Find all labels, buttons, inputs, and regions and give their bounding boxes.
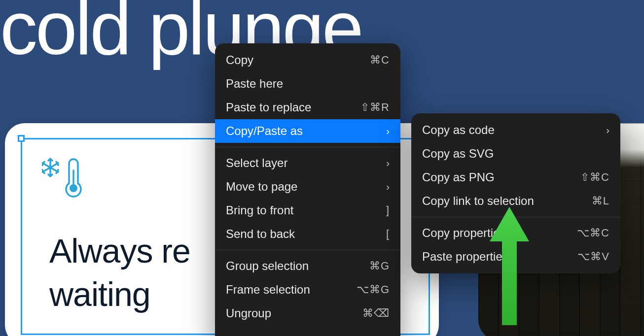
chevron-right-icon: › <box>386 158 390 169</box>
menu-item-bring-to-front[interactable]: Bring to front ] <box>215 199 400 222</box>
menu-item-label: Select layer <box>226 156 287 170</box>
menu-item-label: Paste here <box>226 77 283 91</box>
menu-item-send-to-back[interactable]: Send to back [ <box>215 222 400 246</box>
menu-item-group-selection[interactable]: Group selection ⌘G <box>215 254 400 278</box>
menu-item-shortcut: ⌘L <box>592 195 609 207</box>
menu-item-paste-to-replace[interactable]: Paste to replace ⇧⌘R <box>215 96 400 119</box>
menu-item-shortcut: ⇧⌘R <box>360 101 390 114</box>
menu-item-frame-selection[interactable]: Frame selection ⌥⌘G <box>215 278 400 302</box>
menu-item-shortcut: ⌘⌫ <box>362 307 390 320</box>
menu-item-select-layer[interactable]: Select layer › <box>215 151 400 175</box>
menu-item-copy-properties[interactable]: Copy properties ⌥⌘C <box>411 221 620 245</box>
menu-item-copy-link-to-selection[interactable]: Copy link to selection ⌘L <box>411 189 620 213</box>
menu-item-shortcut: ⌘C <box>370 54 390 67</box>
design-canvas[interactable]: cold plunge Always re <box>0 0 644 336</box>
menu-item-shortcut: ⌥⌘G <box>357 283 390 296</box>
menu-item-shortcut: ] <box>386 204 390 217</box>
menu-item-label: Paste properties <box>422 250 508 264</box>
menu-item-label: Copy/Paste as <box>226 124 303 138</box>
menu-item-label: Bring to front <box>226 203 293 217</box>
chevron-right-icon: › <box>606 125 609 136</box>
menu-item-label: Copy as code <box>422 123 495 137</box>
selection-handle-top-left[interactable] <box>18 135 25 142</box>
menu-item-shortcut: ⌥⌘C <box>577 227 609 239</box>
menu-item-label: Group selection <box>226 259 309 273</box>
cold-thermometer-icon <box>42 158 83 199</box>
menu-item-move-to-page[interactable]: Move to page › <box>215 175 400 199</box>
menu-item-label: Copy as SVG <box>422 147 494 161</box>
menu-item-label: Frame selection <box>226 283 310 297</box>
menu-item-copy-as-code[interactable]: Copy as code › <box>411 118 620 142</box>
context-submenu-copy-paste-as: Copy as code › Copy as SVG Copy as PNG ⇧… <box>411 113 620 273</box>
svg-point-0 <box>70 184 77 192</box>
menu-item-copy-as-png[interactable]: Copy as PNG ⇧⌘C <box>411 166 620 189</box>
chevron-right-icon: › <box>386 181 390 193</box>
menu-item-copy-paste-as[interactable]: Copy/Paste as › <box>215 119 400 143</box>
menu-item-shortcut: ⌥⌘V <box>577 250 609 263</box>
menu-item-ungroup[interactable]: Ungroup ⌘⌫ <box>215 302 400 325</box>
menu-item-copy-as-svg[interactable]: Copy as SVG <box>411 142 620 166</box>
menu-item-label: Copy <box>226 53 253 67</box>
menu-item-label: Copy properties <box>422 226 505 240</box>
menu-separator <box>215 250 400 250</box>
menu-item-shortcut: ⌘G <box>369 260 390 272</box>
menu-item-paste-properties[interactable]: Paste properties ⌥⌘V <box>411 245 620 269</box>
chevron-right-icon: › <box>386 126 390 137</box>
menu-item-shortcut: [ <box>386 228 390 240</box>
menu-item-shortcut: ⇧⌘C <box>580 171 609 184</box>
menu-item-label: Ungroup <box>226 306 271 320</box>
menu-item-label: Copy link to selection <box>422 194 534 208</box>
menu-item-label: Move to page <box>226 180 297 194</box>
context-menu: Copy ⌘C Paste here Paste to replace ⇧⌘R … <box>215 43 400 336</box>
menu-item-copy[interactable]: Copy ⌘C <box>215 48 400 72</box>
menu-separator <box>215 147 400 147</box>
menu-item-label: Paste to replace <box>226 101 311 114</box>
menu-separator <box>411 217 620 217</box>
menu-item-label: Send to back <box>226 227 295 241</box>
menu-item-label: Copy as PNG <box>422 170 495 184</box>
card-heading-text: Always re waiting <box>49 229 190 316</box>
menu-item-paste-here[interactable]: Paste here <box>215 72 400 96</box>
